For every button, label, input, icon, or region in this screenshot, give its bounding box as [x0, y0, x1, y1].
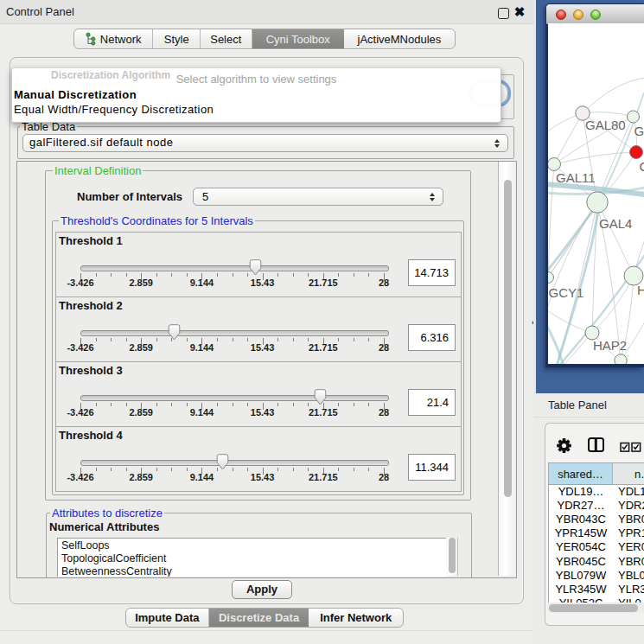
bottom-tab-impute-data[interactable]: Impute Data — [126, 609, 209, 627]
top-tab-strip: NetworkStyleSelectCyni ToolboxjActiveMNo… — [73, 29, 456, 49]
table-row[interactable]: YDL19…YDL1 — [549, 484, 644, 498]
checkbox-icon[interactable] — [631, 442, 641, 452]
interval-definition-label: Interval Definition — [53, 164, 143, 177]
network-edge — [548, 203, 598, 274]
number-of-intervals-label: Number of Intervals — [77, 190, 182, 203]
table-row[interactable]: YLR345WYLR3 — [549, 582, 644, 596]
slider-tick-label: 21.715 — [309, 407, 338, 418]
table-row[interactable]: YPR145WYPR1 — [549, 526, 644, 540]
slider-tick — [187, 273, 188, 277]
slider-tick-label: -3.426 — [67, 342, 93, 353]
slider-tick — [126, 338, 127, 341]
slider-tick-label: 15.43 — [251, 407, 275, 418]
table-cell: YBR045C — [549, 554, 613, 568]
slider-tick — [308, 273, 309, 277]
table-row[interactable]: YDR27…YDR2 — [549, 498, 644, 512]
network-node-GAL11[interactable] — [548, 158, 561, 171]
bottom-tab-strip: Impute DataDiscretize DataInfer Network — [125, 608, 404, 628]
network-edge — [548, 322, 564, 364]
tab-select[interactable]: Select — [201, 29, 252, 48]
slider-track[interactable] — [80, 265, 389, 271]
popup-item[interactable]: Manual Discretization — [12, 87, 502, 102]
close-traffic-light[interactable] — [556, 10, 566, 20]
apply-button[interactable]: Apply — [232, 580, 292, 599]
table-hscrollbar-thumb[interactable] — [549, 604, 638, 612]
slider-tick — [126, 468, 127, 471]
minimize-traffic-light[interactable] — [573, 10, 583, 20]
bottom-tab-infer-network[interactable]: Infer Network — [309, 609, 403, 627]
network-node-GAL4[interactable] — [587, 192, 608, 213]
slider-tick — [368, 403, 369, 406]
attribute-item[interactable]: TopologicalCoefficient — [61, 552, 166, 564]
network-canvas[interactable]: GAL80GACGAL11GAL4GCY1HHAP2 — [548, 23, 644, 364]
table-row[interactable]: YER054CYER0 — [549, 540, 644, 554]
table-data-combobox[interactable]: galFiltered.sif default node — [22, 134, 508, 152]
table-row[interactable]: YBR043CYBR0 — [549, 512, 644, 526]
panel-scrollbar-thumb[interactable] — [504, 180, 512, 497]
slider-tick-label: 28 — [379, 407, 389, 418]
attribute-item[interactable]: SelfLoops — [61, 539, 110, 552]
table-cell: YBL0 — [613, 568, 644, 582]
slider-tick — [247, 273, 248, 277]
table-cell: YPR1 — [613, 526, 644, 540]
float-window-icon[interactable] — [498, 8, 509, 19]
slider-tick — [171, 468, 172, 471]
slider-tick — [233, 338, 233, 341]
popup-item[interactable]: Equal Width/Frequency Discretization — [12, 102, 502, 117]
threshold-value-field[interactable]: 21.4 — [408, 389, 456, 416]
checkbox-icon[interactable] — [620, 442, 630, 452]
network-edge — [583, 78, 644, 113]
network-node-G1[interactable] — [628, 111, 640, 123]
network-window-titlebar[interactable] — [546, 4, 644, 24]
slider-track[interactable] — [80, 330, 389, 336]
slider-track[interactable] — [80, 460, 389, 466]
attributes-list-scrollbar[interactable] — [446, 538, 458, 576]
network-node-B1[interactable] — [615, 354, 627, 364]
zoom-traffic-light[interactable] — [590, 10, 601, 20]
slider-tick — [156, 403, 157, 406]
threshold-value-field[interactable]: 14.713 — [408, 259, 456, 286]
gear-icon[interactable] — [557, 438, 571, 453]
table-row[interactable]: YBL079WYBL0 — [549, 568, 644, 582]
slider-tick-label: -3.426 — [67, 472, 93, 482]
number-of-intervals-value: 5 — [202, 188, 208, 205]
bottom-tab-discretize-data[interactable]: Discretize Data — [209, 609, 309, 627]
threshold-slider-3[interactable] — [80, 393, 387, 402]
table-cell: YDL19… — [549, 484, 613, 498]
panel-vertical-scrollbar[interactable] — [498, 162, 516, 576]
network-node-GCY1[interactable] — [548, 272, 554, 284]
table-data-combobox-value: galFiltered.sif default node — [29, 134, 173, 150]
threshold-slider-4[interactable] — [80, 458, 387, 467]
table-column-header[interactable]: n… — [613, 463, 644, 485]
combo-stepper-icon — [494, 138, 501, 149]
table-row[interactable]: YBR045CYBR0 — [549, 554, 644, 568]
slider-tick — [217, 338, 218, 341]
attributes-scrollbar-thumb[interactable] — [449, 538, 456, 573]
bottom-divider — [0, 630, 533, 631]
control-panel-titlebar: Control Panel ✖ — [0, 0, 533, 24]
slider-tick — [217, 468, 218, 471]
tab-network[interactable]: Network — [74, 29, 153, 48]
column-layout-icon[interactable] — [588, 437, 604, 452]
slider-tick — [187, 403, 188, 406]
close-icon[interactable]: ✖ — [513, 5, 526, 19]
network-node-RED[interactable] — [630, 146, 643, 159]
threshold-slider-2[interactable] — [80, 328, 387, 337]
threshold-slider-1[interactable] — [80, 264, 387, 272]
table-horizontal-scrollbar[interactable] — [548, 603, 644, 613]
table-column-header[interactable]: shared… — [549, 463, 613, 485]
threshold-title: Threshold 2 — [59, 299, 123, 312]
threshold-value-field[interactable]: 6.316 — [408, 324, 456, 351]
attribute-item[interactable]: BetweennessCentrality — [61, 565, 172, 577]
tab-jactivemnodules[interactable]: jActiveMNodules — [344, 29, 455, 48]
numerical-attributes-list[interactable]: SelfLoopsTopologicalCoefficientBetweenne… — [57, 538, 447, 577]
slider-tick — [187, 338, 188, 341]
threshold-value-field[interactable]: 11.344 — [408, 454, 456, 481]
tab-style[interactable]: Style — [153, 29, 201, 48]
tab-cyni-toolbox[interactable]: Cyni Toolbox — [252, 29, 344, 48]
number-of-intervals-combobox[interactable]: 5 — [193, 188, 443, 206]
network-edge — [554, 113, 583, 164]
slider-tick-label: -3.426 — [67, 277, 93, 288]
slider-track[interactable] — [80, 395, 389, 401]
slider-tick — [111, 273, 112, 277]
